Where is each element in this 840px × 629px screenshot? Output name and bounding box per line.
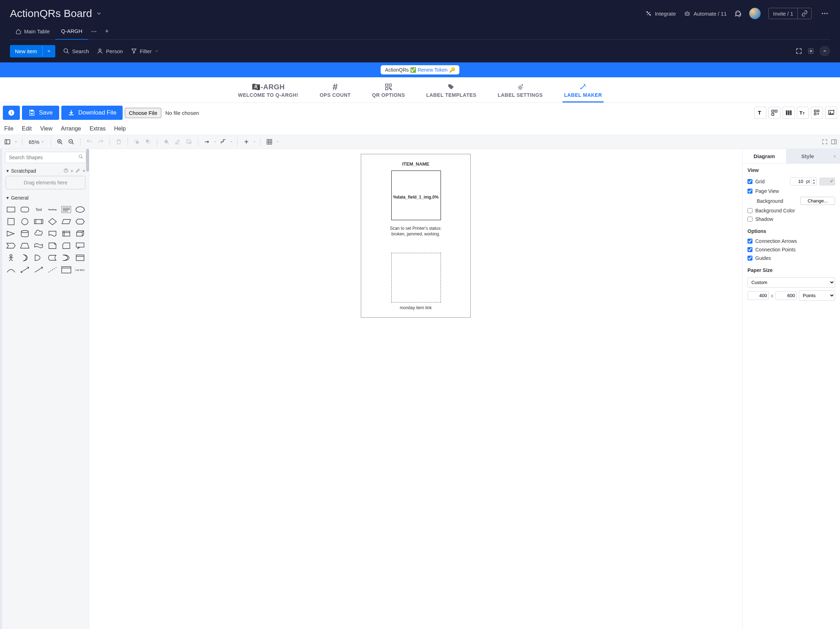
- qargh-tab-ops[interactable]: # OPS COUNT: [318, 81, 352, 103]
- shape-hexagon[interactable]: [74, 216, 86, 227]
- paper-height-input[interactable]: [775, 291, 797, 300]
- shape-internal-storage[interactable]: [60, 228, 72, 239]
- grid-checkbox[interactable]: [747, 179, 752, 184]
- shape-textbox[interactable]: [60, 204, 72, 215]
- add-tab-icon[interactable]: +: [100, 28, 114, 35]
- shape-container[interactable]: [74, 253, 86, 263]
- shape-actor[interactable]: [5, 253, 17, 263]
- qargh-tab-settings[interactable]: LABEL SETTINGS: [496, 81, 544, 103]
- shape-data-storage[interactable]: [46, 253, 58, 263]
- step-up-icon[interactable]: ▲: [812, 179, 816, 182]
- shape-list-item[interactable]: List Item: [74, 264, 86, 275]
- help-icon[interactable]: [63, 168, 68, 173]
- canvas-shape-dashed-box[interactable]: [391, 253, 441, 302]
- table-icon[interactable]: [265, 137, 274, 147]
- guides-checkbox[interactable]: [747, 256, 752, 261]
- shape-or[interactable]: [33, 253, 45, 263]
- menu-view[interactable]: View: [40, 125, 52, 132]
- paper-preset-select[interactable]: Custom: [747, 277, 835, 288]
- save-button[interactable]: Save: [22, 106, 59, 120]
- rp-tab-diagram[interactable]: Diagram: [742, 149, 786, 163]
- shape-bidirectional-arrow[interactable]: [19, 264, 31, 275]
- fullscreen-icon[interactable]: [821, 139, 828, 145]
- qargh-tab-maker[interactable]: LABEL MAKER: [562, 81, 603, 103]
- shape-cylinder[interactable]: [19, 228, 31, 239]
- caret-down-icon[interactable]: [253, 141, 256, 143]
- person-button[interactable]: Person: [97, 48, 123, 54]
- expand-icon[interactable]: [795, 47, 802, 55]
- shape-process[interactable]: [33, 216, 45, 227]
- canvas-text-link[interactable]: monday item link: [361, 305, 471, 310]
- new-item-caret-icon[interactable]: [42, 46, 55, 56]
- shadow-icon[interactable]: [184, 137, 194, 147]
- menu-file[interactable]: File: [4, 125, 13, 132]
- waypoint-icon[interactable]: [219, 137, 228, 147]
- more-menu-icon[interactable]: [819, 8, 830, 19]
- bg-color-checkbox[interactable]: [747, 208, 752, 213]
- canvas-text-placeholder[interactable]: %data_field_1_img.0%: [361, 194, 471, 200]
- shape-text[interactable]: Text: [33, 204, 45, 215]
- caret-down-icon[interactable]: [14, 140, 18, 144]
- step-down-icon[interactable]: ▼: [812, 182, 816, 185]
- invite-button[interactable]: Invite / 1: [768, 8, 812, 19]
- shape-circle[interactable]: [19, 216, 31, 227]
- shape-note[interactable]: [46, 240, 58, 251]
- page-view-checkbox[interactable]: [747, 189, 752, 194]
- chevron-down-icon[interactable]: [96, 10, 102, 17]
- download-button[interactable]: Download File: [61, 106, 123, 120]
- renew-token-link[interactable]: Renew Token 🔑: [417, 67, 455, 73]
- undo-icon[interactable]: [85, 137, 94, 147]
- qargh-tab-qr[interactable]: QR OPTIONS: [371, 81, 407, 103]
- shape-card[interactable]: [60, 240, 72, 251]
- shape-arrow[interactable]: [33, 264, 45, 275]
- menu-edit[interactable]: Edit: [22, 125, 32, 132]
- shape-heading[interactable]: Heading: [46, 204, 58, 215]
- to-front-icon[interactable]: [132, 137, 141, 147]
- shape-cube[interactable]: [74, 228, 86, 239]
- close-icon[interactable]: ×: [82, 168, 85, 174]
- collapse-icon[interactable]: [819, 46, 830, 56]
- caret-down-icon[interactable]: [230, 141, 233, 143]
- paper-width-input[interactable]: [747, 291, 769, 300]
- shape-square[interactable]: [5, 216, 17, 227]
- menu-arrange[interactable]: Arrange: [61, 125, 81, 132]
- shape-cloud[interactable]: [33, 228, 45, 239]
- sidebar-toggle-icon[interactable]: [3, 137, 12, 147]
- shape-triangle[interactable]: [5, 228, 17, 239]
- caret-down-icon[interactable]: [214, 141, 216, 143]
- info-button[interactable]: i: [3, 106, 20, 120]
- diagram-canvas[interactable]: ITEM_NAME %data_field_1_img.0% Scan to s…: [361, 154, 471, 318]
- image-tool-icon[interactable]: +: [825, 107, 837, 119]
- shape-list[interactable]: [60, 264, 72, 275]
- rp-close-icon[interactable]: ×: [829, 149, 840, 163]
- zoom-in-icon[interactable]: [55, 137, 65, 147]
- paper-unit-select[interactable]: Points: [799, 291, 835, 301]
- rp-tab-style[interactable]: Style: [786, 149, 830, 163]
- stroke-color-icon[interactable]: [173, 137, 182, 147]
- text-tool-icon[interactable]: T: [754, 107, 766, 119]
- scratchpad-header[interactable]: ▼Scratchpad + ×: [2, 166, 89, 176]
- redo-icon[interactable]: [96, 137, 105, 147]
- grid-color-swatch[interactable]: [819, 178, 835, 185]
- qr-plus-tool-icon[interactable]: [811, 107, 823, 119]
- shape-xor[interactable]: [60, 253, 72, 263]
- connection-icon[interactable]: [202, 137, 212, 147]
- tab-qargh[interactable]: Q-ARGH: [55, 24, 88, 40]
- menu-extras[interactable]: Extras: [90, 125, 106, 132]
- copy-link-icon[interactable]: [797, 8, 811, 19]
- zoom-out-icon[interactable]: [66, 137, 76, 147]
- shape-tape[interactable]: [33, 240, 45, 251]
- shape-rounded-rect[interactable]: [19, 204, 31, 215]
- qargh-tab-templates[interactable]: LABEL TEMPLATES: [425, 81, 478, 103]
- shape-curve[interactable]: [5, 264, 17, 275]
- chat-icon[interactable]: [734, 10, 742, 17]
- general-header[interactable]: ▼General: [2, 193, 89, 203]
- menu-help[interactable]: Help: [114, 125, 126, 132]
- text-size-tool-icon[interactable]: TT: [797, 107, 809, 119]
- caret-down-icon[interactable]: [276, 141, 279, 143]
- search-shapes-input[interactable]: [5, 152, 86, 163]
- filter-button[interactable]: Filter: [131, 48, 159, 54]
- conn-points-checkbox[interactable]: [747, 247, 752, 252]
- qargh-tab-welcome[interactable]: 🏴‍☠️-ARGH WELCOME TO Q-ARGH!: [237, 81, 300, 103]
- tab-main-table[interactable]: Main Table: [10, 24, 55, 40]
